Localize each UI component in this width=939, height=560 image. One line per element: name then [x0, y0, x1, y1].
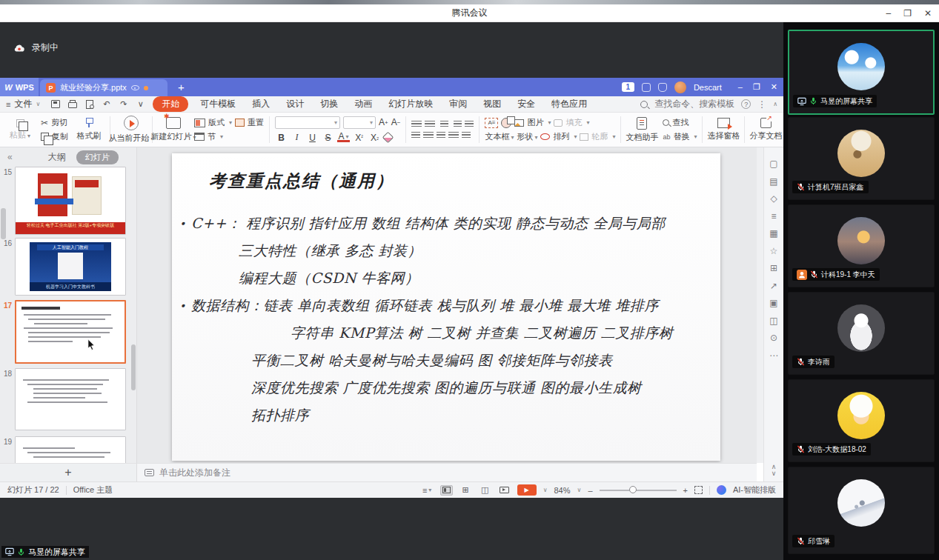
- decrease-font-button[interactable]: A−: [391, 117, 401, 127]
- italic-button[interactable]: I: [291, 132, 303, 144]
- zoom-out-button[interactable]: –: [588, 486, 592, 495]
- superscript-button[interactable]: X²: [353, 132, 365, 144]
- file-menu[interactable]: ≡ 文件 ∨: [6, 98, 46, 110]
- menu-tab-transition[interactable]: 切换: [313, 96, 345, 112]
- bullet-list-icon[interactable]: [411, 121, 422, 128]
- play-options-chevron-icon[interactable]: ∨: [543, 487, 548, 493]
- reading-view-button[interactable]: ◫: [479, 485, 491, 496]
- font-family-select[interactable]: ▾: [275, 116, 340, 129]
- justify-icon[interactable]: [448, 132, 459, 139]
- replace-button[interactable]: ab替换: [663, 131, 697, 142]
- zoom-in-button[interactable]: +: [683, 486, 688, 495]
- zoom-slider-knob[interactable]: [629, 486, 637, 493]
- share-doc-button[interactable]: 分享文档: [750, 113, 781, 146]
- notes-toggle-button[interactable]: ≡: [421, 485, 434, 496]
- command-search-input[interactable]: 查找命令、搜索模板: [654, 98, 734, 110]
- slide-thumbnail-15[interactable]: 轻松过关 电子工业出版社 第2版+专项突破版: [15, 167, 126, 235]
- animation-panel-icon[interactable]: ▤: [769, 177, 777, 186]
- slide-thumbnail-19[interactable]: [15, 436, 126, 463]
- new-slide-button[interactable]: 新建幻灯片: [158, 113, 189, 146]
- more-panels-icon[interactable]: ⋯: [769, 351, 778, 360]
- normal-view-button[interactable]: [440, 485, 453, 496]
- wps-restore-button[interactable]: ❐: [753, 82, 760, 92]
- menu-tab-slideshow[interactable]: 幻灯片放映: [381, 96, 440, 112]
- canvas-scrollbar-track[interactable]: [757, 147, 763, 463]
- copy-button[interactable]: 复制: [41, 131, 68, 142]
- collapse-ribbon-icon[interactable]: ∧: [773, 101, 777, 107]
- reset-button[interactable]: 重置: [235, 117, 264, 128]
- wps-minimize-button[interactable]: –: [738, 82, 743, 92]
- collapse-panel-icon[interactable]: «: [0, 152, 20, 162]
- undo-button[interactable]: ↶: [100, 99, 113, 110]
- object-panel-icon[interactable]: ◇: [770, 194, 777, 203]
- restore-button[interactable]: ❐: [903, 8, 912, 19]
- template-panel-icon[interactable]: ▦: [769, 229, 777, 238]
- bold-button[interactable]: B: [275, 132, 288, 144]
- section-button[interactable]: 节: [194, 131, 264, 142]
- zoom-level-label[interactable]: 84%: [554, 486, 570, 495]
- record-show-button[interactable]: [498, 485, 511, 496]
- slide-thumbnail-18[interactable]: [15, 368, 126, 430]
- strikethrough-button[interactable]: S: [322, 132, 334, 144]
- print-button[interactable]: [66, 99, 79, 110]
- save-button[interactable]: [49, 99, 62, 110]
- canvas-scrollbar-thumb[interactable]: [1, 208, 6, 239]
- slide-thumbnail-16[interactable]: 人工智能入门教程 机器学习入门中文教科书: [15, 238, 126, 296]
- outline-button[interactable]: 轮廓: [580, 131, 615, 142]
- slide-canvas[interactable]: 考查重点总结（通用） •C++： 程序识别 指针应用 数组 结构体 类的实现 静…: [172, 153, 720, 461]
- shape-button[interactable]: 形状: [517, 131, 537, 142]
- print-preview-button[interactable]: [83, 99, 96, 110]
- format-painter-button[interactable]: 格式刷: [73, 113, 104, 146]
- properties-panel-icon[interactable]: ▢: [769, 159, 777, 168]
- fill-button[interactable]: 填充: [554, 117, 589, 128]
- menu-tab-security[interactable]: 安全: [510, 96, 543, 112]
- notes-bar[interactable]: 单击此处添加备注: [137, 463, 757, 481]
- chart-panel-icon[interactable]: ▣: [769, 299, 777, 307]
- tab-eye-icon[interactable]: [131, 85, 139, 90]
- decrease-indent-icon[interactable]: [440, 121, 448, 128]
- help-panel-icon[interactable]: ⊙: [770, 333, 777, 342]
- numbered-list-icon[interactable]: [425, 121, 435, 128]
- zoom-chevron-icon[interactable]: ∨: [577, 487, 582, 493]
- clear-format-icon[interactable]: [382, 132, 394, 144]
- find-button[interactable]: 查找: [663, 117, 697, 128]
- tab-outline[interactable]: 大纲: [48, 151, 66, 164]
- participant-tile-sharing[interactable]: 马昱的屏幕共享: [788, 30, 935, 115]
- close-button[interactable]: ✕: [924, 8, 932, 19]
- menu-tab-animation[interactable]: 动画: [347, 96, 379, 112]
- participant-tile[interactable]: 计科19-1 李中天: [788, 204, 935, 287]
- help-icon[interactable]: ?: [741, 99, 751, 109]
- wps-logo[interactable]: W WPS: [0, 78, 39, 96]
- history-icon[interactable]: [642, 83, 651, 92]
- menu-tab-insert[interactable]: 插入: [245, 96, 277, 112]
- account-name[interactable]: Descart: [694, 83, 722, 92]
- media-panel-icon[interactable]: ◫: [769, 316, 777, 325]
- participant-tile[interactable]: 计算机7班吕家鑫: [788, 117, 935, 200]
- arrange-button[interactable]: 排列: [540, 131, 577, 142]
- align-left-icon[interactable]: [411, 132, 420, 139]
- underline-button[interactable]: U: [306, 132, 319, 144]
- cut-button[interactable]: ✂剪切: [41, 117, 68, 128]
- selection-pane-button[interactable]: 选择窗格: [708, 113, 739, 146]
- panel-scrollbar[interactable]: [131, 344, 136, 390]
- minimize-button[interactable]: –: [886, 8, 891, 19]
- font-size-select[interactable]: ▾: [343, 116, 376, 129]
- add-slide-button[interactable]: +: [0, 463, 137, 481]
- menu-tab-home[interactable]: 开始: [153, 96, 188, 112]
- slideshow-play-button[interactable]: ▶: [517, 484, 537, 496]
- increase-font-button[interactable]: A+: [379, 117, 388, 127]
- align-right-icon[interactable]: [437, 132, 445, 139]
- line-spacing-icon[interactable]: [462, 132, 471, 139]
- increase-indent-icon[interactable]: [454, 121, 462, 128]
- redo-button[interactable]: ↷: [117, 99, 130, 110]
- document-tab[interactable]: P 就业经验分享.pptx: [40, 79, 167, 96]
- subscript-button[interactable]: X₂: [368, 132, 381, 144]
- account-avatar[interactable]: [674, 81, 686, 93]
- wps-close-button[interactable]: ✕: [771, 82, 777, 92]
- participant-tile[interactable]: 刘浩-大数据18-02: [788, 379, 935, 462]
- scroll-up-icon[interactable]: ∧∨: [772, 464, 777, 477]
- play-from-current-button[interactable]: 从当前开始: [116, 113, 147, 146]
- assistant-icon[interactable]: [658, 83, 667, 92]
- font-color-button[interactable]: A: [337, 133, 350, 142]
- menu-tab-keniu[interactable]: 可牛模板: [193, 96, 243, 112]
